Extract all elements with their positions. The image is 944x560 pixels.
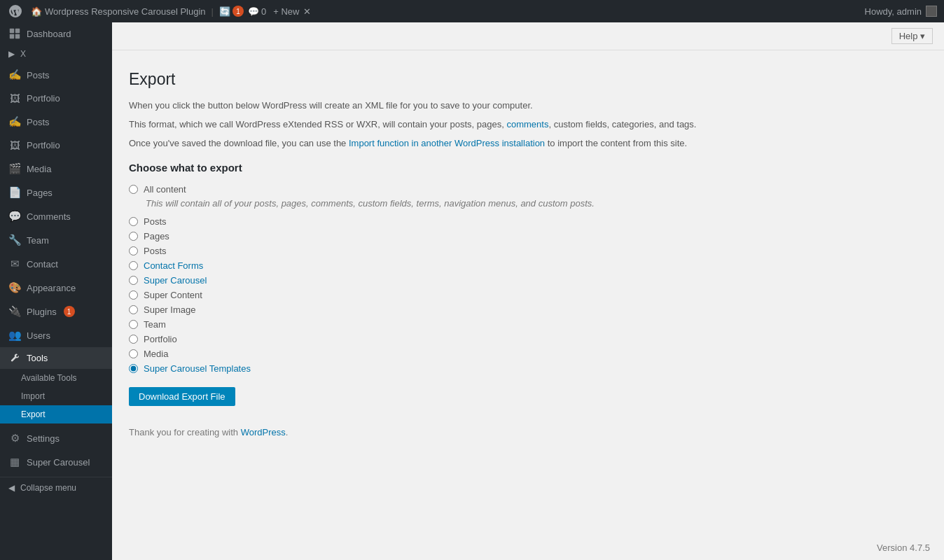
sidebar-item-plugins[interactable]: 🔌 Plugins 1 xyxy=(0,300,112,323)
sidebar-item-portfolio-top[interactable]: 🖼 Portfolio xyxy=(0,87,112,110)
wordpress-link[interactable]: WordPress xyxy=(241,427,286,438)
comments-menu-icon: 💬 xyxy=(8,210,21,223)
sidebar-item-media[interactable]: 🎬 Media xyxy=(0,157,112,181)
chevron-right-icon: ▶ xyxy=(8,49,15,59)
sidebar-label-dashboard: Dashboard xyxy=(27,29,71,39)
settings-icon: ⚙ xyxy=(8,432,21,444)
main-content: Help ▾ Export When you click the button … xyxy=(112,22,944,560)
users-icon: 👥 xyxy=(8,329,21,342)
radio-posts[interactable] xyxy=(129,217,138,226)
svg-rect-1 xyxy=(10,29,14,33)
sidebar-label-posts: Posts xyxy=(27,117,50,127)
tools-icon xyxy=(8,353,21,363)
label-pages[interactable]: Pages xyxy=(144,231,169,241)
radio-super-content[interactable] xyxy=(129,290,138,300)
radio-contact-forms[interactable] xyxy=(129,261,138,270)
comments-link[interactable]: comments xyxy=(506,119,548,130)
sidebar-label-settings: Settings xyxy=(27,433,60,444)
option-contact-forms: Contact Forms xyxy=(129,258,927,273)
admin-bar: 🏠 Wordpress Responsive Carousel Plugin |… xyxy=(0,0,944,22)
help-button[interactable]: Help ▾ xyxy=(891,28,933,44)
label-portfolio[interactable]: Portfolio xyxy=(144,334,177,344)
label-super-image[interactable]: Super Image xyxy=(144,304,195,315)
content-area: Export When you click the button below W… xyxy=(112,50,944,454)
close-button[interactable]: ✕ xyxy=(303,6,311,17)
super-carousel-icon: ▦ xyxy=(8,456,21,468)
new-button[interactable]: + New xyxy=(273,6,299,17)
sidebar-label-tools: Tools xyxy=(27,353,48,363)
sidebar-item-team[interactable]: 🔧 Team xyxy=(0,228,112,252)
sidebar-item-pages[interactable]: 📄 Pages xyxy=(0,181,112,204)
sidebar-label-contact: Contact xyxy=(27,259,58,270)
radio-super-image[interactable] xyxy=(129,305,138,314)
radio-posts2[interactable] xyxy=(129,246,138,255)
footer-text: Thank you for creating with WordPress. xyxy=(129,427,927,438)
label-super-content[interactable]: Super Content xyxy=(144,290,202,300)
download-export-button[interactable]: Download Export File xyxy=(129,387,235,406)
comments-count[interactable]: 💬 0 xyxy=(248,6,266,17)
sidebar-item-settings[interactable]: ⚙ Settings xyxy=(0,426,112,450)
updates-count[interactable]: 🔄 1 xyxy=(219,6,244,17)
contact-icon: ✉ xyxy=(8,258,21,270)
radio-all-content[interactable] xyxy=(129,185,138,194)
desc2: This format, which we call WordPress eXt… xyxy=(129,118,927,132)
label-posts2[interactable]: Posts xyxy=(144,246,167,256)
sidebar-item-x[interactable]: ▶ X xyxy=(0,45,112,63)
team-icon: 🔧 xyxy=(8,234,21,246)
version-text: Version 4.7.5 xyxy=(877,542,930,553)
sidebar-item-users[interactable]: 👥 Users xyxy=(0,323,112,347)
label-posts[interactable]: Posts xyxy=(144,216,167,227)
radio-team[interactable] xyxy=(129,320,138,329)
sidebar-label-media: Media xyxy=(27,164,51,174)
dashboard-icon xyxy=(8,28,21,39)
label-super-carousel-templates[interactable]: Super Carousel Templates xyxy=(144,363,251,374)
plugins-icon: 🔌 xyxy=(8,305,21,318)
wp-logo-icon[interactable] xyxy=(7,3,24,20)
sidebar-label-comments: Comments xyxy=(27,211,71,222)
sidebar-submenu-export[interactable]: Export xyxy=(0,405,112,424)
option-portfolio: Portfolio xyxy=(129,332,927,346)
sidebar-item-contact[interactable]: ✉ Contact xyxy=(0,252,112,276)
collapse-menu-button[interactable]: ◀ Collapse menu xyxy=(0,477,112,498)
separator: | xyxy=(211,6,214,17)
option-team: Team xyxy=(129,317,927,332)
svg-rect-4 xyxy=(15,34,20,38)
sidebar-item-tools[interactable]: Tools xyxy=(0,347,112,369)
sidebar-label-posts-top: Posts xyxy=(27,70,50,80)
howdy-menu[interactable]: Howdy, admin xyxy=(865,6,937,17)
radio-pages[interactable] xyxy=(129,232,138,241)
label-super-carousel[interactable]: Super Carousel xyxy=(144,275,207,286)
portfolio-icon: 🖼 xyxy=(8,139,21,151)
svg-rect-2 xyxy=(15,29,20,33)
sidebar-item-super-carousel[interactable]: ▦ Super Carousel xyxy=(0,450,112,474)
import-function-link[interactable]: Import function in another WordPress ins… xyxy=(349,138,545,148)
appearance-icon: 🎨 xyxy=(8,281,21,294)
sidebar-item-portfolio[interactable]: 🖼 Portfolio xyxy=(0,134,112,157)
plugins-badge: 1 xyxy=(64,306,75,317)
sidebar-item-comments[interactable]: 💬 Comments xyxy=(0,204,112,228)
sidebar-item-dashboard[interactable]: Dashboard xyxy=(0,22,112,45)
sidebar-item-posts-top[interactable]: ✍ Posts xyxy=(0,63,112,87)
sidebar-item-posts[interactable]: ✍ Posts xyxy=(0,110,112,134)
label-all-content[interactable]: All content xyxy=(144,184,186,195)
option-super-carousel: Super Carousel xyxy=(129,273,927,288)
sidebar-submenu-import[interactable]: Import xyxy=(0,387,112,405)
radio-super-carousel[interactable] xyxy=(129,276,138,285)
label-media[interactable]: Media xyxy=(144,349,168,359)
posts-icon: ✍ xyxy=(8,115,21,128)
radio-media[interactable] xyxy=(129,349,138,358)
pages-icon: 📄 xyxy=(8,186,21,199)
label-contact-forms[interactable]: Contact Forms xyxy=(144,260,203,271)
updates-icon: 🔄 xyxy=(219,6,230,17)
radio-super-carousel-templates[interactable] xyxy=(129,364,138,373)
sidebar-submenu-available-tools[interactable]: Available Tools xyxy=(0,369,112,387)
export-options-list: All content This will contain all of you… xyxy=(129,182,927,376)
radio-portfolio[interactable] xyxy=(129,335,138,344)
posts-top-icon: ✍ xyxy=(8,69,21,81)
svg-rect-3 xyxy=(10,34,14,38)
sidebar-item-appearance[interactable]: 🎨 Appearance xyxy=(0,276,112,300)
site-name[interactable]: 🏠 Wordpress Responsive Carousel Plugin xyxy=(31,6,206,17)
label-team[interactable]: Team xyxy=(144,319,166,330)
sidebar-label-portfolio: Portfolio xyxy=(27,140,60,150)
option-super-carousel-templates: Super Carousel Templates xyxy=(129,361,927,376)
